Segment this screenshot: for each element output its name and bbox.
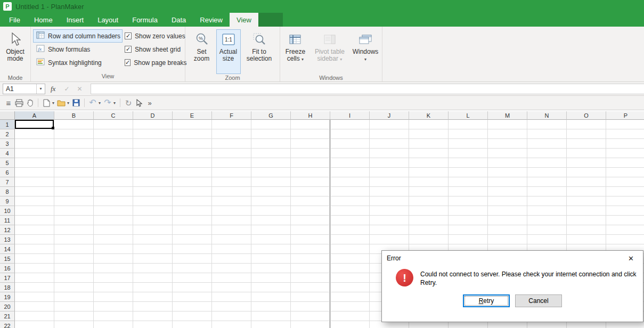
cell-L1[interactable] bbox=[449, 120, 488, 129]
cell-G1[interactable] bbox=[251, 120, 291, 129]
cell-G20[interactable] bbox=[251, 302, 291, 311]
cell-H14[interactable] bbox=[291, 244, 330, 254]
cancel-entry-icon[interactable]: ✕ bbox=[77, 85, 82, 93]
cell-H21[interactable] bbox=[291, 311, 330, 321]
print-icon[interactable] bbox=[14, 97, 25, 109]
cell-M1[interactable] bbox=[488, 120, 527, 129]
tab-layout[interactable]: Layout bbox=[91, 13, 125, 27]
retry-button[interactable]: Retry bbox=[463, 294, 510, 307]
cell-E4[interactable] bbox=[173, 149, 212, 158]
column-header-A[interactable]: A bbox=[15, 111, 54, 120]
cell-A17[interactable] bbox=[15, 273, 54, 283]
cell-L6[interactable] bbox=[449, 168, 488, 177]
cell-E15[interactable] bbox=[173, 254, 212, 264]
cell-C9[interactable] bbox=[94, 196, 133, 206]
cell-I1[interactable] bbox=[330, 120, 370, 129]
cell-D22[interactable] bbox=[133, 321, 173, 328]
refresh-icon[interactable]: ↻ bbox=[123, 97, 134, 109]
toolbar-overflow-icon[interactable]: » bbox=[144, 97, 155, 109]
cell-F17[interactable] bbox=[212, 273, 251, 283]
cell-I11[interactable] bbox=[330, 216, 370, 225]
cell-A14[interactable] bbox=[15, 244, 54, 254]
cell-P1[interactable] bbox=[606, 120, 644, 129]
cell-C13[interactable] bbox=[94, 235, 133, 244]
cell-K4[interactable] bbox=[409, 149, 449, 158]
tab-review[interactable]: Review bbox=[193, 13, 230, 27]
row-header-10[interactable]: 10 bbox=[0, 206, 15, 216]
windows-button[interactable]: Windows ▾ bbox=[351, 29, 380, 74]
show-sheet-grid-checkbox[interactable]: ✓ Show sheet grid bbox=[123, 43, 185, 56]
cell-A19[interactable] bbox=[15, 292, 54, 302]
cell-I9[interactable] bbox=[330, 196, 370, 206]
cell-P13[interactable] bbox=[606, 235, 644, 244]
cell-C6[interactable] bbox=[94, 168, 133, 177]
cell-P2[interactable] bbox=[606, 129, 644, 139]
cell-O6[interactable] bbox=[567, 168, 606, 177]
cell-F14[interactable] bbox=[212, 244, 251, 254]
cell-reference-dropdown-icon[interactable]: ▾ bbox=[36, 84, 45, 94]
cell-J1[interactable] bbox=[370, 120, 409, 129]
cell-J5[interactable] bbox=[370, 158, 409, 168]
cell-E14[interactable] bbox=[173, 244, 212, 254]
cell-reference-box[interactable]: A1 ▾ bbox=[3, 84, 45, 94]
cell-O3[interactable] bbox=[567, 139, 606, 149]
cell-D4[interactable] bbox=[133, 149, 173, 158]
cell-K5[interactable] bbox=[409, 158, 449, 168]
syntax-highlighting-button[interactable]: Syntax highlighting bbox=[33, 56, 123, 69]
show-page-breaks-checkbox[interactable]: ✓ Show page breaks bbox=[123, 56, 185, 69]
cell-F7[interactable] bbox=[212, 177, 251, 187]
row-header-12[interactable]: 12 bbox=[0, 225, 15, 235]
cell-B8[interactable] bbox=[54, 187, 94, 196]
column-header-J[interactable]: J bbox=[370, 111, 409, 120]
cell-N1[interactable] bbox=[527, 120, 567, 129]
cell-I17[interactable] bbox=[330, 273, 370, 283]
row-and-column-headers-button[interactable]: Row and column headers bbox=[33, 29, 123, 43]
cell-A5[interactable] bbox=[15, 158, 54, 168]
row-header-16[interactable]: 16 bbox=[0, 264, 15, 273]
select-all-corner[interactable] bbox=[0, 111, 15, 120]
column-header-F[interactable]: F bbox=[212, 111, 251, 120]
cell-B13[interactable] bbox=[54, 235, 94, 244]
cell-N7[interactable] bbox=[527, 177, 567, 187]
cell-F12[interactable] bbox=[212, 225, 251, 235]
cell-B6[interactable] bbox=[54, 168, 94, 177]
cell-B22[interactable] bbox=[54, 321, 94, 328]
cell-D3[interactable] bbox=[133, 139, 173, 149]
cell-F6[interactable] bbox=[212, 168, 251, 177]
cell-P5[interactable] bbox=[606, 158, 644, 168]
menu-lines-icon[interactable]: ≡ bbox=[3, 97, 14, 109]
cell-F15[interactable] bbox=[212, 254, 251, 264]
row-header-6[interactable]: 6 bbox=[0, 168, 15, 177]
row-header-2[interactable]: 2 bbox=[0, 129, 15, 139]
cell-A7[interactable] bbox=[15, 177, 54, 187]
cell-B12[interactable] bbox=[54, 225, 94, 235]
insert-function-icon[interactable]: fx bbox=[51, 85, 55, 93]
cell-C10[interactable] bbox=[94, 206, 133, 216]
cell-F11[interactable] bbox=[212, 216, 251, 225]
cell-A10[interactable] bbox=[15, 206, 54, 216]
redo-icon[interactable]: ↷ bbox=[102, 97, 113, 109]
cell-E12[interactable] bbox=[173, 225, 212, 235]
cell-D11[interactable] bbox=[133, 216, 173, 225]
cell-J7[interactable] bbox=[370, 177, 409, 187]
cell-E7[interactable] bbox=[173, 177, 212, 187]
cell-E3[interactable] bbox=[173, 139, 212, 149]
cell-C21[interactable] bbox=[94, 311, 133, 321]
cell-C1[interactable] bbox=[94, 120, 133, 129]
cell-H18[interactable] bbox=[291, 283, 330, 292]
cell-J12[interactable] bbox=[370, 225, 409, 235]
cell-H1[interactable] bbox=[291, 120, 330, 129]
redo-dropdown-icon[interactable]: ▾ bbox=[113, 101, 116, 105]
cell-H5[interactable] bbox=[291, 158, 330, 168]
cell-O11[interactable] bbox=[567, 216, 606, 225]
row-header-3[interactable]: 3 bbox=[0, 139, 15, 149]
cell-P3[interactable] bbox=[606, 139, 644, 149]
cell-G2[interactable] bbox=[251, 129, 291, 139]
row-header-21[interactable]: 21 bbox=[0, 311, 15, 321]
tab-insert[interactable]: Insert bbox=[60, 13, 91, 27]
cell-O1[interactable] bbox=[567, 120, 606, 129]
row-header-9[interactable]: 9 bbox=[0, 196, 15, 206]
column-header-L[interactable]: L bbox=[449, 111, 488, 120]
cell-N5[interactable] bbox=[527, 158, 567, 168]
cell-A3[interactable] bbox=[15, 139, 54, 149]
